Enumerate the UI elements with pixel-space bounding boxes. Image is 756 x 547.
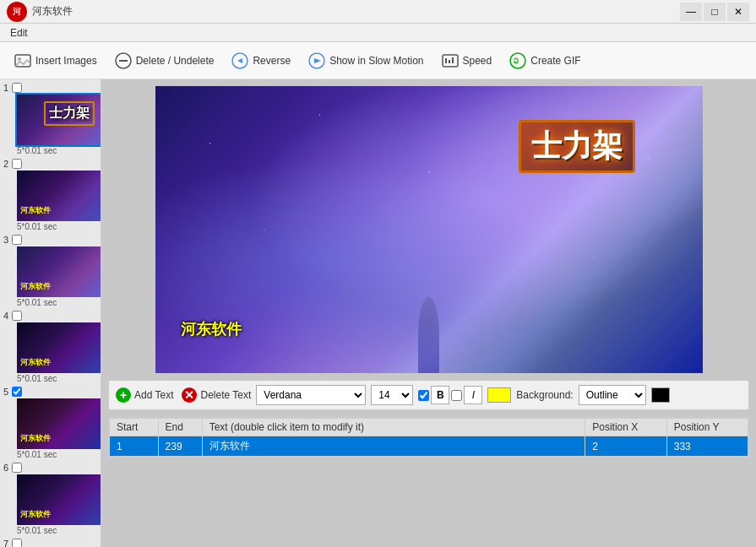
canvas-area: 士力架 河东软件 + Add Text ✕ Delete Text Verdan… — [101, 79, 756, 547]
add-text-button[interactable]: + Add Text — [116, 387, 173, 403]
col-start: Start — [110, 419, 159, 436]
filmstrip-header-1: 1 — [3, 83, 97, 93]
table-cell-start: 1 — [110, 436, 159, 457]
toolbar: Insert Images Delete / Undelete Reverse … — [0, 42, 756, 79]
insert-images-button[interactable]: Insert Images — [7, 48, 104, 73]
main-layout: 1士力架5*0.01 sec2河东软件5*0.01 sec3河东软件5*0.01… — [0, 79, 756, 547]
filmstrip-item-6[interactable]: 6河东软件5*0.01 sec — [3, 463, 97, 535]
image-icon — [14, 51, 32, 70]
filmstrip-num-4: 4 — [3, 311, 8, 321]
filmstrip-thumb-6[interactable]: 河东软件 — [17, 474, 101, 525]
filmstrip-header-2: 2 — [3, 159, 97, 169]
filmstrip-checkbox-4[interactable] — [12, 311, 22, 321]
menu-edit[interactable]: Edit — [3, 25, 35, 41]
speed-label: Speed — [463, 55, 492, 67]
filmstrip-item-3[interactable]: 3河东软件5*0.01 sec — [3, 235, 97, 307]
add-text-label: Add Text — [134, 389, 173, 401]
filmstrip-item-4[interactable]: 4河东软件5*0.01 sec — [3, 311, 97, 383]
font-select[interactable]: VerdanaArialTimes New RomanCourier New — [256, 385, 366, 405]
text-color-swatch[interactable] — [487, 387, 511, 403]
slow-motion-label: Show in Slow Motion — [329, 55, 423, 67]
format-group: B I — [418, 386, 482, 404]
reverse-button[interactable]: Reverse — [224, 48, 297, 73]
delete-undelete-label: Delete / Undelete — [136, 55, 215, 67]
create-gif-button[interactable]: Create GIF — [502, 48, 587, 73]
filmstrip-header-3: 3 — [3, 235, 97, 245]
filmstrip-header-4: 4 — [3, 311, 97, 321]
outline-color-swatch[interactable] — [651, 387, 670, 403]
col-pos-y: Position Y — [666, 419, 748, 436]
filmstrip-num-5: 5 — [3, 387, 8, 397]
table-row[interactable]: 1239河东软件2333 — [110, 436, 748, 457]
filmstrip-time-4: 5*0.01 sec — [17, 374, 57, 383]
table-cell-end: 239 — [158, 436, 202, 457]
filmstrip-time-2: 5*0.01 sec — [17, 222, 57, 231]
text-toolbar: + Add Text ✕ Delete Text VerdanaArialTim… — [108, 380, 749, 410]
title-bar: 河 河东软件 — □ ✕ — [0, 0, 756, 24]
bold-button[interactable]: B — [431, 386, 449, 404]
filmstrip-checkbox-3[interactable] — [12, 235, 22, 245]
create-gif-label: Create GIF — [530, 55, 580, 67]
col-text: Text (double click item to modify it) — [202, 419, 585, 436]
filmstrip-thumb-4[interactable]: 河东软件 — [17, 322, 101, 373]
delete-text-label: Delete Text — [200, 389, 251, 401]
italic-button[interactable]: I — [464, 386, 482, 404]
text-table-container: Start End Text (double click item to mod… — [108, 417, 749, 458]
italic-checkbox[interactable] — [451, 390, 462, 401]
filmstrip-thumb-2[interactable]: 河东软件 — [17, 171, 101, 221]
delete-undelete-button[interactable]: Delete / Undelete — [107, 48, 221, 73]
window-controls: — □ ✕ — [680, 3, 749, 21]
filmstrip[interactable]: 1士力架5*0.01 sec2河东软件5*0.01 sec3河东软件5*0.01… — [0, 79, 101, 547]
filmstrip-header-7: 7 — [3, 539, 97, 547]
slowmo-icon — [307, 51, 326, 70]
slow-motion-button[interactable]: Show in Slow Motion — [301, 48, 430, 73]
background-label: Background: — [516, 389, 573, 401]
filmstrip-num-2: 2 — [3, 159, 8, 169]
speed-icon — [441, 51, 460, 70]
filmstrip-checkbox-2[interactable] — [12, 159, 22, 169]
filmstrip-thumb-1[interactable]: 士力架 — [17, 95, 101, 145]
filmstrip-num-6: 6 — [3, 463, 8, 473]
filmstrip-thumb-3[interactable]: 河东软件 — [17, 246, 101, 297]
text-table: Start End Text (double click item to mod… — [109, 418, 748, 457]
filmstrip-time-6: 5*0.01 sec — [17, 526, 57, 535]
menu-bar: Edit — [0, 24, 756, 42]
col-pos-x: Position X — [585, 419, 667, 436]
canvas-title-text: 士力架 — [519, 120, 635, 173]
close-button[interactable]: ✕ — [727, 3, 749, 21]
filmstrip-time-5: 5*0.01 sec — [17, 450, 57, 459]
filmstrip-checkbox-6[interactable] — [12, 463, 22, 473]
filmstrip-item-2[interactable]: 2河东软件5*0.01 sec — [3, 159, 97, 231]
filmstrip-time-3: 5*0.01 sec — [17, 298, 57, 307]
reverse-label: Reverse — [253, 55, 291, 67]
canvas-figure — [418, 297, 439, 373]
filmstrip-checkbox-1[interactable] — [12, 83, 22, 93]
main-canvas: 士力架 河东软件 — [155, 86, 703, 373]
minimize-button[interactable]: — — [680, 3, 702, 21]
filmstrip-header-6: 6 — [3, 463, 97, 473]
delete-text-button[interactable]: ✕ Delete Text — [182, 387, 251, 403]
filmstrip-item-5[interactable]: 5河东软件5*0.01 sec — [3, 387, 97, 459]
filmstrip-num-1: 1 — [3, 83, 8, 93]
add-icon: + — [116, 387, 131, 403]
table-cell-pos_y: 333 — [666, 436, 748, 457]
bold-checkbox[interactable] — [418, 390, 429, 401]
maximize-button[interactable]: □ — [704, 3, 726, 21]
filmstrip-item-7[interactable]: 7河东软件5*0.01 sec — [3, 539, 97, 547]
speed-button[interactable]: Speed — [434, 48, 499, 73]
filmstrip-checkbox-5[interactable] — [12, 387, 22, 397]
window-title: 河东软件 — [32, 4, 73, 19]
delete-text-icon: ✕ — [182, 387, 197, 403]
svg-point-1 — [18, 57, 21, 61]
background-select[interactable]: NoneOutlineShadowBox — [579, 385, 646, 405]
filmstrip-thumb-5[interactable]: 河东软件 — [17, 398, 101, 449]
title-bar-left: 河 河东软件 — [7, 2, 73, 22]
filmstrip-checkbox-7[interactable] — [12, 539, 22, 547]
insert-images-label: Insert Images — [35, 55, 97, 67]
filmstrip-item-1[interactable]: 1士力架5*0.01 sec — [3, 83, 97, 155]
size-select[interactable]: 8101214161820242832 — [371, 385, 413, 405]
gif-icon — [509, 51, 527, 70]
filmstrip-num-3: 3 — [3, 235, 8, 245]
table-cell-text: 河东软件 — [202, 436, 585, 457]
table-cell-pos_x: 2 — [585, 436, 667, 457]
